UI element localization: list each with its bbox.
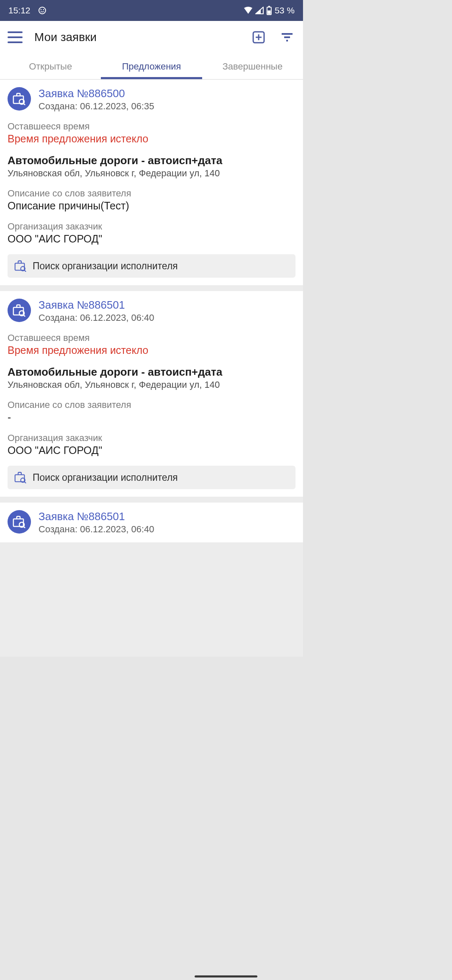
status-right: 53 % [244,5,295,15]
battery-text: 53 % [275,5,295,15]
request-icon [8,87,31,111]
screen: 15:12 53 % Мои заявки [0,0,303,657]
request-card[interactable]: Заявка №886500 Создана: 06.12.2023, 06:3… [0,80,303,285]
description-field: Описание со слов заявителя Описание прич… [8,188,295,212]
category-value: Автомобильные дороги - автоисп+дата [8,366,295,379]
status-bar: 15:12 53 % [0,0,303,21]
category-field: Автомобильные дороги - автоисп+дата Улья… [8,366,295,390]
request-created: Создана: 06.12.2023, 06:40 [39,524,154,535]
organization-value: ООО "АИС ГОРОД" [8,233,295,245]
organization-field: Организация заказчик ООО "АИС ГОРОД" [8,433,295,456]
svg-rect-5 [268,10,271,14]
card-header-text: Заявка №886501 Создана: 06.12.2023, 06:4… [39,299,154,323]
tab-offers[interactable]: Предложения [101,54,202,79]
address-value: Ульяновская обл, Ульяновск г, Федерации … [8,379,295,390]
svg-line-20 [23,315,25,317]
request-title: Заявка №886501 [39,299,154,312]
address-value: Ульяновская обл, Ульяновск г, Федерации … [8,168,295,179]
search-case-icon [14,260,27,272]
organization-field: Организация заказчик ООО "АИС ГОРОД" [8,221,295,245]
request-title: Заявка №886500 [39,87,154,100]
description-field: Описание со слов заявителя - [8,400,295,423]
request-created: Создана: 06.12.2023, 06:40 [39,312,154,323]
description-value: - [8,411,295,423]
description-label: Описание со слов заявителя [8,400,295,410]
toolbar: Мои заявки [0,21,303,54]
svg-line-17 [24,270,26,272]
card-header-text: Заявка №886501 Создана: 06.12.2023, 06:4… [39,510,154,535]
find-executor-button[interactable]: Поиск организации исполнителя [8,466,295,489]
tab-completed[interactable]: Завершенные [202,54,303,79]
remaining-value: Время предложения истекло [8,344,295,356]
svg-line-26 [23,526,25,528]
find-executor-label: Поиск организации исполнителя [33,260,178,272]
svg-point-2 [43,9,44,10]
request-icon [8,299,31,322]
request-card[interactable]: Заявка №886501 Создана: 06.12.2023, 06:4… [0,503,303,542]
category-field: Автомобильные дороги - автоисп+дата Улья… [8,154,295,179]
card-header: Заявка №886500 Создана: 06.12.2023, 06:3… [8,87,295,112]
card-header: Заявка №886501 Создана: 06.12.2023, 06:4… [8,510,295,535]
svg-rect-4 [268,6,270,7]
content-scroll[interactable]: Заявка №886500 Создана: 06.12.2023, 06:3… [0,80,303,657]
card-header-text: Заявка №886500 Создана: 06.12.2023, 06:3… [39,87,154,112]
card-header: Заявка №886501 Создана: 06.12.2023, 06:4… [8,299,295,323]
organization-label: Организация заказчик [8,433,295,444]
remaining-field: Оставшееся время Время предложения истек… [8,121,295,145]
request-title: Заявка №886501 [39,510,154,523]
tab-indicator [101,77,202,79]
app-indicator-icon [38,6,46,15]
request-created: Создана: 06.12.2023, 06:35 [39,101,154,112]
category-value: Автомобильные дороги - автоисп+дата [8,154,295,167]
status-clock: 15:12 [8,5,31,15]
svg-point-0 [39,7,46,14]
remaining-field: Оставшееся время Время предложения истек… [8,333,295,356]
description-value: Описание причины(Тест) [8,200,295,212]
status-left: 15:12 [8,5,46,15]
find-executor-button[interactable]: Поиск организации исполнителя [8,254,295,278]
remaining-label: Оставшееся время [8,333,295,343]
tab-open[interactable]: Открытые [0,54,101,79]
svg-line-23 [24,482,26,483]
request-icon [8,510,31,534]
remaining-label: Оставшееся время [8,121,295,132]
filter-button[interactable] [279,29,295,46]
wifi-icon [244,7,253,14]
menu-button[interactable] [8,31,23,43]
svg-line-14 [23,103,25,105]
search-case-icon [14,472,27,483]
find-executor-label: Поиск организации исполнителя [33,472,178,483]
request-card[interactable]: Заявка №886501 Создана: 06.12.2023, 06:4… [0,291,303,497]
organization-value: ООО "АИС ГОРОД" [8,444,295,456]
signal-icon [255,7,264,14]
description-label: Описание со слов заявителя [8,188,295,199]
organization-label: Организация заказчик [8,221,295,232]
remaining-value: Время предложения истекло [8,133,295,145]
page-title: Мои заявки [34,31,97,44]
battery-icon [266,6,272,15]
svg-point-1 [40,9,41,10]
tabs: Открытые Предложения Завершенные [0,54,303,80]
add-button[interactable] [250,29,267,46]
